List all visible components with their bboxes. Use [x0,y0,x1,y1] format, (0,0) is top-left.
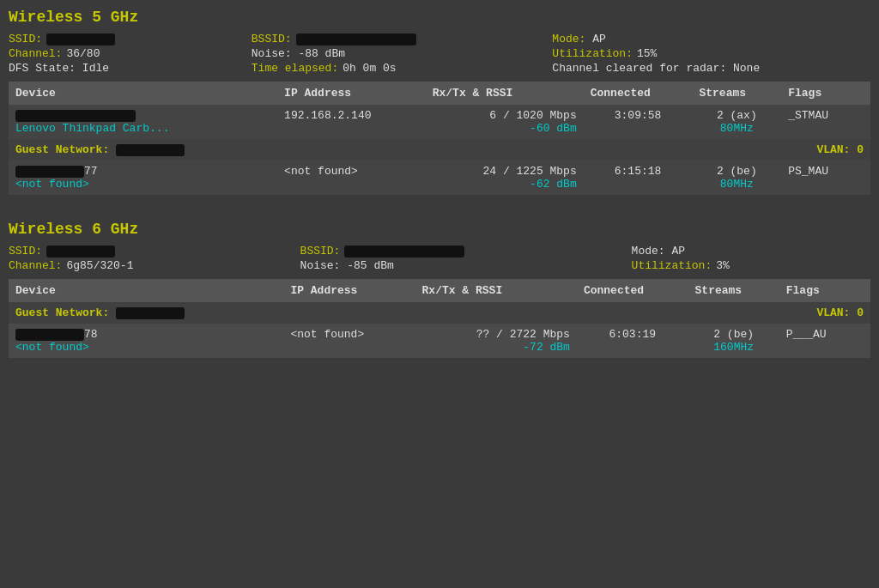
guest-network-row: Guest Network: VLAN: 0 [9,139,870,161]
6ghz-util-label: Utilization: [632,259,712,272]
6ghz-channel-row: Channel: 6g85/320-1 [9,259,275,272]
wireless-5ghz-table: Device IP Address Rx/Tx & RSSI Connected… [9,82,870,195]
table-row: [REDACTED]7777 <not found> <not found> 2… [9,161,870,195]
time-value: 0h 0m 0s [343,62,396,75]
dfs-row: DFS State: Idle [9,62,226,75]
col-ip: IP Address [277,82,426,105]
channel-value: 36/80 [66,47,100,60]
6ghz-ip-cell: <not found> [283,324,415,358]
6ghz-noise-row: Noise: -85 dBm [300,259,606,272]
6ghz-streams-detail: 160MHz [695,341,773,354]
6ghz-streams-value: 2 (be) [713,328,754,341]
6ghz-guest-label: Guest Network: [15,306,109,319]
device-cell-2: [REDACTED]7777 <not found> [9,161,277,195]
6ghz-connected-cell: 6:03:19 [577,324,688,358]
6ghz-rssi-value: -72 dBm [422,341,570,354]
device-name-redacted [15,110,136,122]
channel-cleared-label: Channel cleared for radar: None [552,62,760,75]
6ghz-rxtx-value: ?? / 2722 Mbps [476,328,570,341]
6ghz-ssid-label: SSID: [9,245,42,258]
col-flags: Flags [781,82,870,105]
6ghz-bssid-label: BSSID: [300,245,341,258]
utilization-label: Utilization: [552,47,633,60]
6ghz-guest-redacted [116,307,185,319]
6ghz-util-value: 3% [716,259,730,272]
utilization-row: Utilization: 15% [552,47,870,60]
6ghz-col-rxtx: Rx/Tx & RSSI [415,279,577,302]
bssid-label: BSSID: [252,33,292,45]
utilization-value: 15% [637,47,657,60]
6ghz-guest-network-row: Guest Network: VLAN: 0 [9,302,870,324]
6ghz-guest-vlan: VLAN: 0 [779,302,870,324]
rxtx-cell: 6 / 1020 Mbps -60 dBm [426,105,584,139]
6ghz-device-redacted [15,329,84,341]
6ghz-channel-label: Channel: [9,259,62,272]
rssi2-value: -62 dBm [433,178,577,191]
ssid-row: SSID: [9,33,226,45]
6ghz-table-row: 78 <not found> <not found> ?? / 2722 Mbp… [9,324,870,358]
6ghz-utilization-row: Utilization: 3% [632,259,870,272]
table-header: Device IP Address Rx/Tx & RSSI Connected… [9,82,870,105]
guest-empty-4 [692,139,781,161]
bssid-row: BSSID: [252,33,527,45]
streams-cell-2: 2 (be) 80MHz [692,161,781,195]
6ghz-col-ip: IP Address [283,279,415,302]
noise-row: Noise: -88 dBm [252,47,527,60]
6ghz-col-connected: Connected [577,279,688,302]
6ghz-bssid-row: BSSID: [300,245,606,258]
ip-cell-2: <not found> [277,161,426,195]
connected-cell-2: 6:15:18 [584,161,693,195]
6ghz-device-cell: 78 <not found> [9,324,283,358]
device-link[interactable]: Lenovo Thinkpad Carb... [15,122,169,135]
6ghz-channel-value: 6g85/320-1 [66,259,133,272]
wireless-5ghz-info: SSID: BSSID: Mode: AP Channel: 36/80 Noi… [9,33,870,75]
guest-network-redacted [116,144,185,156]
col-connected: Connected [584,82,693,105]
wireless-6ghz-title: Wireless 6 GHz [9,221,870,238]
channel-label: Channel: [9,47,62,60]
6ghz-col-streams: Streams [688,279,779,302]
6ghz-noise: Noise: -85 dBm [300,259,394,272]
6ghz-streams-cell: 2 (be) 160MHz [688,324,779,358]
ssid-label: SSID: [9,33,42,45]
streams2-detail: 80MHz [699,178,774,191]
guest-cell: Guest Network: [9,139,277,161]
6ghz-device-link[interactable]: <not found> [15,341,89,354]
6ghz-table-header: Device IP Address Rx/Tx & RSSI Connected… [9,279,870,302]
bssid-value-redacted [296,33,416,45]
device2-link[interactable]: <not found> [15,178,89,191]
wireless-5ghz-title: Wireless 5 GHz [9,9,870,26]
flags-cell-2: PS_MAU [781,161,870,195]
connected-cell: 3:09:58 [584,105,693,139]
wireless-5ghz-section: Wireless 5 GHz SSID: BSSID: Mode: AP Cha… [9,9,870,195]
guest-empty-3 [584,139,693,161]
wireless-6ghz-table: Device IP Address Rx/Tx & RSSI Connected… [9,279,870,358]
6ghz-ssid-redacted [46,246,115,258]
device-cell: Lenovo Thinkpad Carb... [9,105,277,139]
wireless-6ghz-info: SSID: BSSID: Mode: AP Channel: 6g85/320-… [9,245,870,272]
guest-label: Guest Network: [15,143,109,156]
time-label: Time elapsed: [252,62,338,75]
6ghz-bssid-redacted [344,246,464,258]
guest-empty-1 [277,139,426,161]
streams-detail: 80MHz [699,122,774,135]
rssi-value: -60 dBm [433,122,577,135]
streams2-value: 2 (be) [717,165,757,178]
ip-cell: 192.168.2.140 [277,105,426,139]
guest-empty-2 [426,139,584,161]
6ghz-device-suffix: 78 [84,328,98,341]
streams-value: 2 (ax) [717,109,757,122]
col-streams: Streams [692,82,781,105]
col-rxtx: Rx/Tx & RSSI [426,82,584,105]
mode-label: Mode: AP [552,33,605,45]
6ghz-guest-empty-1 [283,302,415,324]
rxtx2-value: 24 / 1225 Mbps [482,165,576,178]
6ghz-col-device: Device [9,279,283,302]
6ghz-mode: Mode: AP [632,245,685,258]
6ghz-ssid-row: SSID: [9,245,275,258]
wireless-6ghz-section: Wireless 6 GHz SSID: BSSID: Mode: AP Cha… [9,221,870,358]
6ghz-guest-cell: Guest Network: [9,302,283,324]
6ghz-flags-cell: P___AU [779,324,870,358]
table-row: Lenovo Thinkpad Carb... 192.168.2.140 6 … [9,105,870,139]
flags-cell: _STMAU [781,105,870,139]
